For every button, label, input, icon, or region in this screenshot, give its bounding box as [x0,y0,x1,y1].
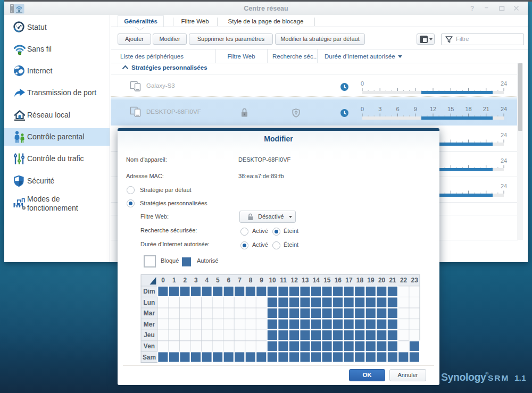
svg-text:3: 3 [194,276,198,283]
svg-text:15: 15 [323,276,331,283]
svg-text:2: 2 [183,276,187,283]
svg-text:11: 11 [280,276,287,283]
svg-text:12: 12 [291,276,298,283]
svg-text:Mer: Mer [144,320,155,328]
svg-text:Jeu: Jeu [144,331,155,339]
svg-text:14: 14 [313,276,320,283]
svg-text:19: 19 [367,276,375,283]
svg-text:0: 0 [161,276,165,283]
svg-text:17: 17 [345,276,353,283]
svg-text:22: 22 [400,276,408,283]
svg-text:20: 20 [378,276,386,283]
svg-text:10: 10 [269,276,276,283]
svg-text:Dim: Dim [143,288,155,295]
svg-text:23: 23 [411,276,419,283]
svg-text:7: 7 [238,276,242,283]
svg-text:18: 18 [356,276,364,283]
svg-text:9: 9 [260,276,263,283]
svg-text:21: 21 [389,276,396,283]
svg-text:Mar: Mar [144,310,155,317]
svg-text:4: 4 [205,276,209,283]
svg-text:Lun: Lun [144,298,155,306]
svg-text:8: 8 [249,276,253,283]
svg-text:1: 1 [172,276,176,283]
svg-text:Sam: Sam [143,353,156,361]
svg-text:13: 13 [302,276,309,283]
svg-text:6: 6 [227,276,231,283]
svg-text:5: 5 [216,276,220,283]
svg-text:Ven: Ven [144,342,155,350]
svg-text:16: 16 [335,276,342,283]
